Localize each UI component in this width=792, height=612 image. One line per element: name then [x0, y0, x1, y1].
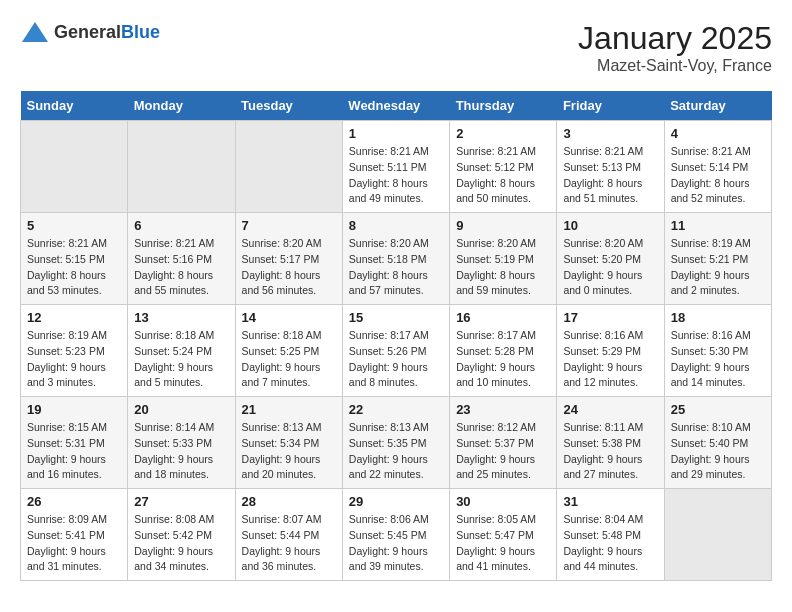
day-number: 22	[349, 402, 443, 417]
calendar-day-cell: 24Sunrise: 8:11 AMSunset: 5:38 PMDayligh…	[557, 397, 664, 489]
day-info: Sunrise: 8:18 AMSunset: 5:24 PMDaylight:…	[134, 328, 228, 391]
weekday-header-cell: Saturday	[664, 91, 771, 121]
logo-icon	[20, 20, 50, 44]
calendar-body: 1Sunrise: 8:21 AMSunset: 5:11 PMDaylight…	[21, 121, 772, 581]
day-number: 9	[456, 218, 550, 233]
weekday-header-cell: Sunday	[21, 91, 128, 121]
day-number: 18	[671, 310, 765, 325]
day-info: Sunrise: 8:04 AMSunset: 5:48 PMDaylight:…	[563, 512, 657, 575]
calendar-day-cell: 19Sunrise: 8:15 AMSunset: 5:31 PMDayligh…	[21, 397, 128, 489]
day-number: 26	[27, 494, 121, 509]
day-number: 28	[242, 494, 336, 509]
day-info: Sunrise: 8:07 AMSunset: 5:44 PMDaylight:…	[242, 512, 336, 575]
calendar-day-cell: 4Sunrise: 8:21 AMSunset: 5:14 PMDaylight…	[664, 121, 771, 213]
location-title: Mazet-Saint-Voy, France	[578, 57, 772, 75]
day-number: 1	[349, 126, 443, 141]
calendar-day-cell: 17Sunrise: 8:16 AMSunset: 5:29 PMDayligh…	[557, 305, 664, 397]
month-title: January 2025	[578, 20, 772, 57]
calendar-day-cell: 23Sunrise: 8:12 AMSunset: 5:37 PMDayligh…	[450, 397, 557, 489]
day-info: Sunrise: 8:21 AMSunset: 5:12 PMDaylight:…	[456, 144, 550, 207]
day-number: 6	[134, 218, 228, 233]
day-info: Sunrise: 8:21 AMSunset: 5:13 PMDaylight:…	[563, 144, 657, 207]
calendar-day-cell: 20Sunrise: 8:14 AMSunset: 5:33 PMDayligh…	[128, 397, 235, 489]
day-number: 12	[27, 310, 121, 325]
day-info: Sunrise: 8:10 AMSunset: 5:40 PMDaylight:…	[671, 420, 765, 483]
day-info: Sunrise: 8:21 AMSunset: 5:11 PMDaylight:…	[349, 144, 443, 207]
day-number: 15	[349, 310, 443, 325]
calendar-day-cell: 30Sunrise: 8:05 AMSunset: 5:47 PMDayligh…	[450, 489, 557, 581]
calendar-day-cell	[235, 121, 342, 213]
title-block: January 2025 Mazet-Saint-Voy, France	[578, 20, 772, 75]
day-number: 21	[242, 402, 336, 417]
calendar-table: SundayMondayTuesdayWednesdayThursdayFrid…	[20, 91, 772, 581]
calendar-day-cell: 18Sunrise: 8:16 AMSunset: 5:30 PMDayligh…	[664, 305, 771, 397]
calendar-day-cell	[664, 489, 771, 581]
day-info: Sunrise: 8:13 AMSunset: 5:34 PMDaylight:…	[242, 420, 336, 483]
day-number: 19	[27, 402, 121, 417]
day-info: Sunrise: 8:19 AMSunset: 5:21 PMDaylight:…	[671, 236, 765, 299]
calendar-day-cell	[21, 121, 128, 213]
page-header: GeneralBlue January 2025 Mazet-Saint-Voy…	[20, 20, 772, 75]
day-info: Sunrise: 8:06 AMSunset: 5:45 PMDaylight:…	[349, 512, 443, 575]
logo-general: General	[54, 22, 121, 42]
day-info: Sunrise: 8:21 AMSunset: 5:16 PMDaylight:…	[134, 236, 228, 299]
day-info: Sunrise: 8:08 AMSunset: 5:42 PMDaylight:…	[134, 512, 228, 575]
weekday-header-cell: Friday	[557, 91, 664, 121]
day-info: Sunrise: 8:12 AMSunset: 5:37 PMDaylight:…	[456, 420, 550, 483]
calendar-week-row: 26Sunrise: 8:09 AMSunset: 5:41 PMDayligh…	[21, 489, 772, 581]
day-number: 30	[456, 494, 550, 509]
day-info: Sunrise: 8:09 AMSunset: 5:41 PMDaylight:…	[27, 512, 121, 575]
calendar-day-cell: 7Sunrise: 8:20 AMSunset: 5:17 PMDaylight…	[235, 213, 342, 305]
calendar-day-cell: 15Sunrise: 8:17 AMSunset: 5:26 PMDayligh…	[342, 305, 449, 397]
calendar-day-cell: 26Sunrise: 8:09 AMSunset: 5:41 PMDayligh…	[21, 489, 128, 581]
calendar-day-cell: 28Sunrise: 8:07 AMSunset: 5:44 PMDayligh…	[235, 489, 342, 581]
day-number: 20	[134, 402, 228, 417]
day-number: 2	[456, 126, 550, 141]
calendar-day-cell: 1Sunrise: 8:21 AMSunset: 5:11 PMDaylight…	[342, 121, 449, 213]
calendar-day-cell: 5Sunrise: 8:21 AMSunset: 5:15 PMDaylight…	[21, 213, 128, 305]
day-info: Sunrise: 8:05 AMSunset: 5:47 PMDaylight:…	[456, 512, 550, 575]
logo: GeneralBlue	[20, 20, 160, 44]
logo-blue: Blue	[121, 22, 160, 42]
day-number: 11	[671, 218, 765, 233]
day-number: 13	[134, 310, 228, 325]
day-number: 7	[242, 218, 336, 233]
calendar-day-cell: 25Sunrise: 8:10 AMSunset: 5:40 PMDayligh…	[664, 397, 771, 489]
day-info: Sunrise: 8:16 AMSunset: 5:30 PMDaylight:…	[671, 328, 765, 391]
calendar-week-row: 19Sunrise: 8:15 AMSunset: 5:31 PMDayligh…	[21, 397, 772, 489]
calendar-day-cell: 16Sunrise: 8:17 AMSunset: 5:28 PMDayligh…	[450, 305, 557, 397]
calendar-day-cell	[128, 121, 235, 213]
calendar-day-cell: 21Sunrise: 8:13 AMSunset: 5:34 PMDayligh…	[235, 397, 342, 489]
calendar-day-cell: 22Sunrise: 8:13 AMSunset: 5:35 PMDayligh…	[342, 397, 449, 489]
calendar-day-cell: 12Sunrise: 8:19 AMSunset: 5:23 PMDayligh…	[21, 305, 128, 397]
day-number: 3	[563, 126, 657, 141]
day-info: Sunrise: 8:17 AMSunset: 5:28 PMDaylight:…	[456, 328, 550, 391]
calendar-week-row: 5Sunrise: 8:21 AMSunset: 5:15 PMDaylight…	[21, 213, 772, 305]
weekday-header-cell: Monday	[128, 91, 235, 121]
day-info: Sunrise: 8:20 AMSunset: 5:17 PMDaylight:…	[242, 236, 336, 299]
calendar-day-cell: 14Sunrise: 8:18 AMSunset: 5:25 PMDayligh…	[235, 305, 342, 397]
day-info: Sunrise: 8:21 AMSunset: 5:15 PMDaylight:…	[27, 236, 121, 299]
day-info: Sunrise: 8:21 AMSunset: 5:14 PMDaylight:…	[671, 144, 765, 207]
day-number: 29	[349, 494, 443, 509]
day-info: Sunrise: 8:15 AMSunset: 5:31 PMDaylight:…	[27, 420, 121, 483]
calendar-day-cell: 9Sunrise: 8:20 AMSunset: 5:19 PMDaylight…	[450, 213, 557, 305]
day-number: 8	[349, 218, 443, 233]
day-info: Sunrise: 8:16 AMSunset: 5:29 PMDaylight:…	[563, 328, 657, 391]
calendar-day-cell: 27Sunrise: 8:08 AMSunset: 5:42 PMDayligh…	[128, 489, 235, 581]
day-info: Sunrise: 8:20 AMSunset: 5:19 PMDaylight:…	[456, 236, 550, 299]
calendar-week-row: 12Sunrise: 8:19 AMSunset: 5:23 PMDayligh…	[21, 305, 772, 397]
calendar-week-row: 1Sunrise: 8:21 AMSunset: 5:11 PMDaylight…	[21, 121, 772, 213]
day-number: 16	[456, 310, 550, 325]
day-info: Sunrise: 8:14 AMSunset: 5:33 PMDaylight:…	[134, 420, 228, 483]
day-info: Sunrise: 8:18 AMSunset: 5:25 PMDaylight:…	[242, 328, 336, 391]
day-number: 17	[563, 310, 657, 325]
calendar-day-cell: 31Sunrise: 8:04 AMSunset: 5:48 PMDayligh…	[557, 489, 664, 581]
day-info: Sunrise: 8:19 AMSunset: 5:23 PMDaylight:…	[27, 328, 121, 391]
day-info: Sunrise: 8:17 AMSunset: 5:26 PMDaylight:…	[349, 328, 443, 391]
calendar-day-cell: 3Sunrise: 8:21 AMSunset: 5:13 PMDaylight…	[557, 121, 664, 213]
calendar-day-cell: 6Sunrise: 8:21 AMSunset: 5:16 PMDaylight…	[128, 213, 235, 305]
day-info: Sunrise: 8:13 AMSunset: 5:35 PMDaylight:…	[349, 420, 443, 483]
day-info: Sunrise: 8:11 AMSunset: 5:38 PMDaylight:…	[563, 420, 657, 483]
day-info: Sunrise: 8:20 AMSunset: 5:20 PMDaylight:…	[563, 236, 657, 299]
